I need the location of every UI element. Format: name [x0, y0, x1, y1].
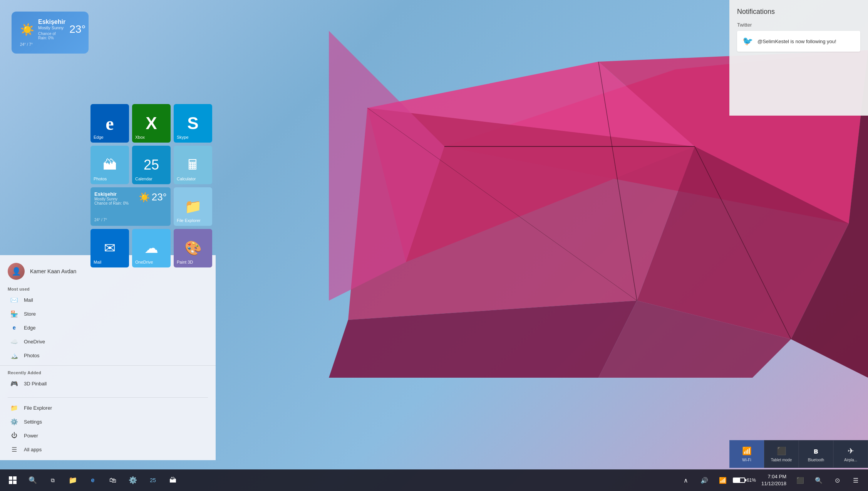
taskbar-search-icon: 🔍	[28, 476, 37, 484]
taskbar-search2-icon: 🔍	[815, 477, 823, 484]
tile-fileexplorer-label: File Explorer	[177, 218, 201, 223]
tile-calendar[interactable]: 25 Calendar	[132, 146, 171, 184]
settings-icon: ⚙️	[10, 417, 18, 426]
taskbar-store-btn[interactable]: 🛍	[103, 469, 122, 491]
tile-fileexplorer[interactable]: 📁 File Explorer	[174, 187, 212, 226]
taskbar-time-block[interactable]: 7:04 PM 11/12/2018	[757, 473, 790, 487]
qa-tablet[interactable]: ⬛ Tablet mode	[764, 440, 799, 468]
taskbar-left: 🔍 ⧉ 📁 e 🛍 ⚙️ 25 🏔	[0, 469, 186, 491]
weather-condition: Mostly Sunny	[38, 25, 65, 30]
tile-calculator-icon: 🖩	[186, 157, 200, 173]
tile-onedrive[interactable]: ☁ OneDrive	[132, 229, 171, 267]
taskbar-volume-icon: 🔊	[700, 477, 708, 484]
app-item-3dpinball[interactable]: 🎮 3D Pinball	[8, 377, 208, 390]
tile-photos-label: Photos	[94, 177, 107, 181]
qa-airplane-label: Airpla...	[844, 458, 857, 462]
tile-skype-label: Skype	[177, 135, 189, 140]
svg-rect-13	[9, 476, 12, 480]
qa-airplane[interactable]: ✈ Airpla...	[833, 440, 868, 468]
tiles-grid: e Edge X Xbox S Skype 🏔 Photos 25 Calend…	[90, 104, 212, 267]
airplane-icon: ✈	[848, 446, 854, 456]
svg-rect-16	[13, 481, 17, 484]
taskbar-battery[interactable]: 61%	[733, 478, 756, 483]
app-item-store[interactable]: 🏪 Store	[8, 307, 208, 321]
taskbar-search-btn[interactable]: 🔍	[23, 469, 42, 491]
tile-weather[interactable]: Eskişehir Mostly Sunny Chance of Rain: 0…	[90, 187, 171, 226]
app-item-photos[interactable]: 🏔️ Photos	[8, 348, 208, 362]
taskbar-taskview-icon: ⧉	[51, 477, 55, 484]
taskbar-store-icon: 🛍	[109, 476, 116, 484]
qa-bluetooth[interactable]: ʙ Bluetooth	[799, 440, 833, 468]
all-apps-item[interactable]: ☰ All apps	[8, 442, 208, 456]
notifications-title: Notifications	[737, 8, 860, 16]
photos-icon: 🏔️	[10, 351, 18, 360]
tile-edge[interactable]: e Edge	[90, 104, 129, 143]
notifications-panel: Notifications Twitter 🐦 @SelimKestel is …	[729, 0, 868, 116]
taskbar-notifications-icon: ☰	[853, 477, 858, 484]
settings-item[interactable]: ⚙️ Settings	[8, 415, 208, 429]
tile-mail[interactable]: ✉ Mail	[90, 229, 129, 267]
twitter-bird-icon: 🐦	[742, 36, 753, 46]
most-used-label: Most used	[8, 287, 208, 291]
twitter-notification[interactable]: 🐦 @SelimKestel is now following you!	[737, 31, 860, 52]
bluetooth-icon: ʙ	[814, 446, 818, 456]
taskbar-fileexplorer-icon: 📁	[69, 476, 77, 484]
taskbar-cortana-icon: ⊙	[835, 477, 840, 484]
taskbar-multitasking-btn[interactable]: ⬛	[792, 472, 809, 489]
pinball-icon: 🎮	[10, 379, 18, 388]
divider-1	[0, 365, 216, 366]
svg-rect-14	[13, 476, 17, 480]
app-label-photos: Photos	[24, 353, 39, 358]
taskbar-photos-btn[interactable]: 🏔	[163, 469, 183, 491]
tile-photos[interactable]: 🏔 Photos	[90, 146, 129, 184]
file-explorer-item[interactable]: 📁 File Explorer	[8, 401, 208, 415]
taskbar-notifications-btn[interactable]: ☰	[847, 472, 864, 489]
taskbar-edge-btn[interactable]: e	[83, 469, 102, 491]
tile-paint3d-label: Paint 3D	[177, 260, 193, 264]
tile-skype[interactable]: S Skype	[174, 104, 212, 143]
taskbar-cortana-btn[interactable]: ⊙	[829, 472, 846, 489]
weather-widget[interactable]: ☀️ Eskişehir Mostly Sunny Chance of Rain…	[12, 12, 89, 54]
quick-actions-panel: 📶 Wi-Fi ⬛ Tablet mode ʙ Bluetooth ✈ Airp…	[729, 440, 868, 468]
start-button[interactable]	[3, 469, 22, 491]
taskbar-search2-btn[interactable]: 🔍	[810, 472, 827, 489]
tile-xbox-icon: X	[146, 114, 157, 133]
onedrive-icon: ☁️	[10, 337, 18, 346]
tile-mail-icon: ✉	[104, 240, 116, 256]
taskbar-wifi-icon: 📶	[719, 477, 727, 484]
taskbar-volume-btn[interactable]: 🔊	[696, 472, 713, 489]
tile-weather-condition: Mostly Sunny	[94, 197, 129, 201]
mail-icon: ✉️	[10, 296, 18, 304]
power-item[interactable]: ⏻ Power	[8, 429, 208, 442]
wifi-icon: 📶	[742, 446, 752, 456]
taskbar-settings-icon: ⚙️	[129, 476, 137, 484]
taskbar-fileexplorer-btn[interactable]: 📁	[63, 469, 82, 491]
tile-weather-sun-icon: ☀️	[139, 192, 150, 203]
weather-sun-icon: ☀️	[20, 23, 34, 36]
recently-added-section: Recently Added 🎮 3D Pinball	[0, 369, 216, 390]
tile-edge-icon: e	[106, 113, 114, 134]
app-item-edge[interactable]: e Edge	[8, 321, 208, 335]
taskbar-taskview-btn[interactable]: ⧉	[43, 469, 62, 491]
file-explorer-icon: 📁	[10, 404, 18, 412]
taskbar-calendar-btn[interactable]: 25	[143, 469, 163, 491]
weather-temp: 23°	[69, 23, 85, 35]
tile-calculator-label: Calculator	[177, 177, 196, 181]
taskbar-multitasking-icon: ⬛	[796, 477, 804, 484]
tile-calendar-date: 25	[144, 157, 159, 173]
tile-paint3d[interactable]: 🎨 Paint 3D	[174, 229, 212, 267]
tile-xbox[interactable]: X Xbox	[132, 104, 171, 143]
tile-xbox-label: Xbox	[135, 135, 145, 140]
taskbar-settings-btn[interactable]: ⚙️	[123, 469, 142, 491]
weather-rain: Chance of Rain: 0%	[38, 32, 65, 40]
taskbar-chevron-btn[interactable]: ∧	[677, 472, 694, 489]
twitter-notification-text: @SelimKestel is now following you!	[757, 39, 836, 44]
app-item-mail[interactable]: ✉️ Mail	[8, 293, 208, 307]
tile-paint3d-icon: 🎨	[184, 240, 202, 256]
tile-weather-city: Eskişehir	[94, 191, 129, 197]
taskbar-wifi-btn[interactable]: 📶	[714, 472, 731, 489]
qa-wifi-label: Wi-Fi	[742, 458, 751, 462]
app-item-onedrive[interactable]: ☁️ OneDrive	[8, 335, 208, 348]
tile-calculator[interactable]: 🖩 Calculator	[174, 146, 212, 184]
qa-wifi[interactable]: 📶 Wi-Fi	[729, 440, 764, 468]
